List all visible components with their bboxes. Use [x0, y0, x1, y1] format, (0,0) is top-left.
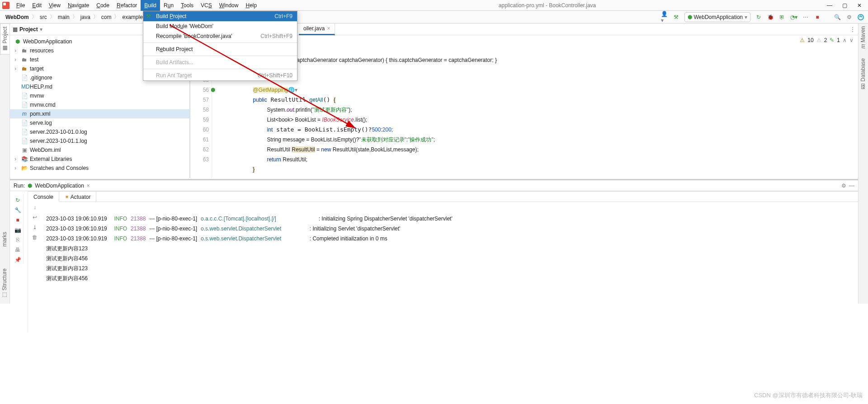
menu-navigate[interactable]: Navigate — [64, 0, 93, 11]
chevron-down-icon: ▾ — [745, 14, 747, 20]
attach-icon[interactable]: ⋯ — [802, 14, 809, 21]
tab-structure[interactable]: ⬚ Structure — [0, 266, 9, 301]
editor-tab-active[interactable]: oller.java × — [299, 23, 335, 35]
crumb-root[interactable]: WebDom — [4, 14, 31, 20]
console-output[interactable]: 2023-10-03 19:06:10.919 INFO 21388 --- [… — [42, 202, 856, 333]
wrench-icon[interactable]: 🔧 — [14, 207, 21, 214]
crumb[interactable]: com — [99, 14, 113, 20]
project-view-icon: ▦ — [13, 26, 18, 33]
tree-node[interactable]: ▣WebDom.iml — [10, 146, 189, 155]
project-pane-title: Project — [19, 26, 38, 33]
warning-icon[interactable]: ⚠ — [800, 37, 805, 43]
run-config-combo[interactable]: ⬢ WebDomApplication ▾ — [684, 12, 751, 22]
maven-icon: m — [21, 111, 28, 117]
tree-node[interactable]: 📄mvnw.cmd — [10, 100, 189, 109]
recompile-item[interactable]: Recompile 'BookController.java' Ctrl+Shi… — [143, 31, 297, 41]
menu-view[interactable]: View — [45, 0, 64, 11]
rerun-icon[interactable]: ↻ — [755, 14, 762, 21]
menu-code[interactable]: Code — [93, 0, 113, 11]
menu-help[interactable]: Help — [242, 0, 260, 11]
menu-separator — [143, 56, 297, 56]
hide-icon[interactable]: — — [849, 183, 854, 189]
build-dropdown: ⚒ Build Project Ctrl+F9 Build Module 'We… — [143, 11, 297, 81]
menu-window[interactable]: Window — [216, 0, 242, 11]
rebuild-item[interactable]: Rebuild Project — [143, 44, 297, 54]
tab-bookmarks[interactable]: marks — [0, 229, 9, 249]
trash-icon[interactable]: 🗑 — [31, 234, 38, 241]
tree-node-selected[interactable]: mpom.xml — [10, 109, 189, 118]
stop-icon[interactable]: ■ — [14, 216, 21, 224]
actuator-icon: ✶ — [65, 194, 69, 200]
run-label: Run: — [14, 183, 25, 189]
run-panel: Run: ⬢ WebDomApplication × ⚙ — ↻ 🔧 ■ 📷 ⎘… — [10, 179, 858, 333]
user-icon[interactable]: 👤▾ — [661, 14, 668, 21]
menu-file[interactable]: File — [13, 0, 28, 11]
menu-tools[interactable]: Tools — [177, 0, 197, 11]
nav-bar: WebDom〉 src〉 main〉 java〉 com〉 example〉 👤… — [0, 11, 868, 23]
down-icon[interactable]: ∨ — [849, 37, 854, 43]
tree-node[interactable]: 📄server.2023-10-01.1.log — [10, 136, 189, 146]
build-project-item[interactable]: ⚒ Build Project Ctrl+F9 — [143, 11, 297, 21]
file-icon: 📄 — [21, 129, 28, 135]
menu-refactor[interactable]: Refactor — [113, 0, 141, 11]
crumb[interactable]: main — [56, 14, 71, 20]
menu-vcs[interactable]: VCS — [197, 0, 216, 11]
tree-node[interactable]: 📄mvnw — [10, 91, 189, 100]
watermark: CSDN @深圳市有德者科技有限公司-耿瑞 — [754, 391, 863, 399]
toolbar-right: 👤▾ ⚒ ⬢ WebDomApplication ▾ ↻ 🐞 ⛨ ◔▾ ⋯ ■ … — [661, 12, 865, 22]
close-icon[interactable]: ✕ — [857, 2, 862, 9]
minimize-icon[interactable]: — — [827, 2, 832, 9]
build-module-item[interactable]: Build Module 'WebDom' — [143, 21, 297, 31]
weak-warning-icon[interactable]: ⚠ — [816, 37, 821, 43]
scroll-icon[interactable]: ⤓ — [31, 224, 38, 231]
tab-maven[interactable]: m Maven — [859, 23, 868, 51]
tree-node[interactable]: ›📚External Libraries — [10, 155, 189, 164]
stop-icon[interactable]: ■ — [814, 14, 821, 21]
tree-node[interactable]: 📄serve.log — [10, 118, 189, 127]
search-icon[interactable]: 🔍 — [834, 14, 841, 21]
coverage-icon[interactable]: ⛨ — [778, 14, 786, 21]
up-icon[interactable]: ∧ — [843, 37, 847, 43]
anywhere-icon[interactable] — [857, 14, 864, 21]
close-icon[interactable]: × — [327, 25, 330, 32]
tab-actuator[interactable]: ✶ Actuator — [59, 192, 96, 202]
maximize-icon[interactable]: ▢ — [842, 2, 847, 9]
profile-icon[interactable]: ◔▾ — [790, 14, 797, 21]
spring-icon: ⬢ — [688, 14, 692, 20]
folder-icon: 🖿 — [21, 66, 28, 72]
tab-database[interactable]: 🗄 Database — [859, 56, 868, 92]
close-icon[interactable]: × — [87, 183, 90, 189]
wrap-icon[interactable]: ↩ — [31, 214, 38, 221]
run-config-name: WebDomApplication — [35, 183, 84, 189]
code-editor[interactable]: oller(CaptchaGenerator captchaGenerator)… — [217, 45, 849, 178]
tree-node[interactable]: 📄server.2023-10-01.0.log — [10, 127, 189, 136]
hammer-icon[interactable]: ⚒ — [673, 14, 680, 21]
chevron-down-icon[interactable]: ▾ — [40, 26, 42, 33]
down-icon[interactable]: ↓ — [31, 204, 38, 211]
tree-node[interactable]: MDHELP.md — [10, 82, 189, 91]
menu-run[interactable]: Run — [160, 0, 177, 11]
md-icon: MD — [21, 84, 28, 90]
gear-icon[interactable]: ⚙ — [845, 14, 853, 21]
print-icon[interactable]: 🖶 — [14, 246, 21, 254]
crumb[interactable]: example — [120, 14, 144, 20]
pin-icon[interactable]: 📌 — [14, 256, 21, 263]
shortcut-label: Ctrl+Shift+F9 — [260, 33, 292, 39]
menu-edit[interactable]: Edit — [28, 0, 45, 11]
debug-icon[interactable]: 🐞 — [767, 14, 774, 21]
more-icon[interactable]: ⋮ — [847, 26, 858, 33]
crumb[interactable]: java — [79, 14, 92, 20]
rerun-icon[interactable]: ↻ — [14, 197, 21, 204]
spring-gutter-icon[interactable]: ⬢ — [211, 85, 215, 95]
file-icon: 📄 — [21, 120, 28, 126]
shortcut-label: Ctrl+F9 — [274, 13, 292, 19]
menu-build[interactable]: Build — [141, 0, 160, 11]
camera-icon[interactable]: 📷 — [14, 226, 21, 234]
tab-console[interactable]: Console — [28, 192, 59, 202]
crumb[interactable]: src — [38, 14, 49, 20]
gear-icon[interactable]: ⚙ — [841, 183, 846, 189]
tab-project[interactable]: ▦ Project — [0, 23, 9, 55]
exit-icon[interactable]: ⎘ — [14, 236, 21, 244]
typo-icon[interactable]: ✎ — [830, 37, 834, 43]
tree-node[interactable]: ›📂Scratches and Consoles — [10, 164, 189, 173]
